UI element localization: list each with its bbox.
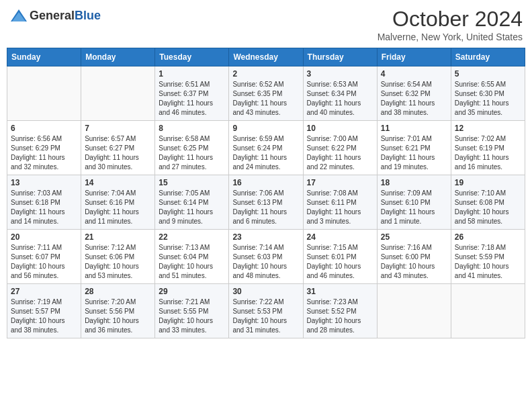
calendar-cell: 26Sunrise: 7:18 AM Sunset: 5:59 PM Dayli… [451, 230, 525, 284]
day-number: 10 [307, 124, 373, 133]
calendar-cell: 3Sunrise: 6:53 AM Sunset: 6:34 PM Daylig… [303, 66, 377, 121]
day-number: 6 [11, 124, 77, 133]
weekday-header: Wednesday [229, 48, 303, 66]
day-number: 2 [232, 69, 299, 79]
day-info: Sunrise: 7:16 AM Sunset: 6:00 PM Dayligh… [381, 243, 447, 281]
day-info: Sunrise: 7:21 AM Sunset: 5:55 PM Dayligh… [159, 298, 225, 335]
location-text: Malverne, New York, United States [378, 32, 523, 42]
calendar-cell: 1Sunrise: 6:51 AM Sunset: 6:37 PM Daylig… [155, 66, 229, 121]
calendar-week-row: 13Sunrise: 7:03 AM Sunset: 6:18 PM Dayli… [7, 175, 525, 230]
calendar-cell: 13Sunrise: 7:03 AM Sunset: 6:18 PM Dayli… [7, 175, 81, 230]
day-number: 20 [11, 232, 77, 242]
day-number: 7 [85, 124, 151, 133]
day-number: 23 [232, 232, 299, 242]
calendar-cell [377, 284, 451, 338]
calendar-week-row: 27Sunrise: 7:19 AM Sunset: 5:57 PM Dayli… [7, 284, 525, 338]
calendar-cell: 16Sunrise: 7:06 AM Sunset: 6:13 PM Dayli… [229, 175, 303, 230]
weekday-header: Friday [377, 48, 451, 66]
day-info: Sunrise: 7:13 AM Sunset: 6:04 PM Dayligh… [159, 243, 225, 281]
logo-icon [9, 7, 28, 26]
day-number: 16 [232, 178, 299, 187]
day-info: Sunrise: 6:54 AM Sunset: 6:32 PM Dayligh… [381, 80, 447, 118]
calendar-cell: 24Sunrise: 7:15 AM Sunset: 6:01 PM Dayli… [303, 230, 377, 284]
day-number: 13 [11, 178, 77, 187]
day-number: 26 [455, 232, 521, 242]
day-number: 14 [85, 178, 151, 187]
day-number: 8 [159, 124, 225, 133]
day-info: Sunrise: 7:00 AM Sunset: 6:22 PM Dayligh… [307, 134, 373, 172]
day-info: Sunrise: 6:58 AM Sunset: 6:25 PM Dayligh… [159, 134, 225, 172]
calendar-cell [81, 66, 155, 121]
calendar-cell: 5Sunrise: 6:55 AM Sunset: 6:30 PM Daylig… [451, 66, 525, 121]
calendar-cell: 4Sunrise: 6:54 AM Sunset: 6:32 PM Daylig… [377, 66, 451, 121]
day-info: Sunrise: 7:15 AM Sunset: 6:01 PM Dayligh… [307, 243, 373, 281]
month-title: October 2024 [378, 7, 523, 32]
weekday-header: Saturday [451, 48, 525, 66]
calendar-cell: 30Sunrise: 7:22 AM Sunset: 5:53 PM Dayli… [229, 284, 303, 338]
day-number: 19 [455, 178, 521, 187]
calendar-week-row: 1Sunrise: 6:51 AM Sunset: 6:37 PM Daylig… [7, 66, 525, 121]
day-info: Sunrise: 7:12 AM Sunset: 6:06 PM Dayligh… [85, 243, 151, 281]
calendar-cell: 19Sunrise: 7:10 AM Sunset: 6:08 PM Dayli… [451, 175, 525, 230]
calendar-cell: 29Sunrise: 7:21 AM Sunset: 5:55 PM Dayli… [155, 284, 229, 338]
day-info: Sunrise: 6:55 AM Sunset: 6:30 PM Dayligh… [455, 80, 521, 118]
day-number: 17 [307, 178, 373, 187]
day-number: 3 [307, 69, 373, 79]
day-number: 27 [11, 287, 77, 296]
calendar-cell: 21Sunrise: 7:12 AM Sunset: 6:06 PM Dayli… [81, 230, 155, 284]
calendar-week-row: 20Sunrise: 7:11 AM Sunset: 6:07 PM Dayli… [7, 230, 525, 284]
day-info: Sunrise: 7:08 AM Sunset: 6:11 PM Dayligh… [307, 189, 373, 226]
calendar-cell: 27Sunrise: 7:19 AM Sunset: 5:57 PM Dayli… [7, 284, 81, 338]
day-info: Sunrise: 7:02 AM Sunset: 6:19 PM Dayligh… [455, 134, 521, 172]
logo-general-text: General [30, 9, 75, 22]
day-number: 9 [232, 124, 299, 133]
day-info: Sunrise: 7:11 AM Sunset: 6:07 PM Dayligh… [11, 243, 77, 281]
day-info: Sunrise: 7:03 AM Sunset: 6:18 PM Dayligh… [11, 189, 77, 226]
day-info: Sunrise: 6:59 AM Sunset: 6:24 PM Dayligh… [232, 134, 299, 172]
calendar-cell: 10Sunrise: 7:00 AM Sunset: 6:22 PM Dayli… [303, 121, 377, 175]
page-header: GeneralBlue October 2024 Malverne, New Y… [7, 7, 525, 42]
logo-blue-text: Blue [75, 9, 101, 22]
day-number: 15 [159, 178, 225, 187]
day-info: Sunrise: 7:10 AM Sunset: 6:08 PM Dayligh… [455, 189, 521, 226]
day-info: Sunrise: 7:14 AM Sunset: 6:03 PM Dayligh… [232, 243, 299, 281]
day-number: 5 [455, 69, 521, 79]
day-info: Sunrise: 7:19 AM Sunset: 5:57 PM Dayligh… [11, 298, 77, 335]
day-number: 1 [159, 69, 225, 79]
calendar-header-row: SundayMondayTuesdayWednesdayThursdayFrid… [7, 48, 525, 66]
calendar-cell [7, 66, 81, 121]
calendar-cell: 11Sunrise: 7:01 AM Sunset: 6:21 PM Dayli… [377, 121, 451, 175]
calendar-week-row: 6Sunrise: 6:56 AM Sunset: 6:29 PM Daylig… [7, 121, 525, 175]
day-number: 21 [85, 232, 151, 242]
day-info: Sunrise: 7:18 AM Sunset: 5:59 PM Dayligh… [455, 243, 521, 281]
calendar-cell: 12Sunrise: 7:02 AM Sunset: 6:19 PM Dayli… [451, 121, 525, 175]
day-info: Sunrise: 7:22 AM Sunset: 5:53 PM Dayligh… [232, 298, 299, 335]
weekday-header: Thursday [303, 48, 377, 66]
calendar-cell: 25Sunrise: 7:16 AM Sunset: 6:00 PM Dayli… [377, 230, 451, 284]
day-number: 31 [307, 287, 373, 296]
day-info: Sunrise: 7:04 AM Sunset: 6:16 PM Dayligh… [85, 189, 151, 226]
day-number: 24 [307, 232, 373, 242]
calendar-cell: 9Sunrise: 6:59 AM Sunset: 6:24 PM Daylig… [229, 121, 303, 175]
calendar-cell: 17Sunrise: 7:08 AM Sunset: 6:11 PM Dayli… [303, 175, 377, 230]
calendar-cell: 20Sunrise: 7:11 AM Sunset: 6:07 PM Dayli… [7, 230, 81, 284]
calendar-cell: 15Sunrise: 7:05 AM Sunset: 6:14 PM Dayli… [155, 175, 229, 230]
weekday-header: Tuesday [155, 48, 229, 66]
day-number: 12 [455, 124, 521, 133]
calendar-cell: 31Sunrise: 7:23 AM Sunset: 5:52 PM Dayli… [303, 284, 377, 338]
day-number: 29 [159, 287, 225, 296]
day-info: Sunrise: 7:06 AM Sunset: 6:13 PM Dayligh… [232, 189, 299, 226]
day-info: Sunrise: 6:51 AM Sunset: 6:37 PM Dayligh… [159, 80, 225, 118]
calendar-table: SundayMondayTuesdayWednesdayThursdayFrid… [7, 48, 525, 338]
day-number: 22 [159, 232, 225, 242]
weekday-header: Sunday [7, 48, 81, 66]
calendar-cell: 22Sunrise: 7:13 AM Sunset: 6:04 PM Dayli… [155, 230, 229, 284]
day-info: Sunrise: 7:20 AM Sunset: 5:56 PM Dayligh… [85, 298, 151, 335]
day-number: 28 [85, 287, 151, 296]
calendar-cell: 23Sunrise: 7:14 AM Sunset: 6:03 PM Dayli… [229, 230, 303, 284]
title-block: October 2024 Malverne, New York, United … [378, 7, 523, 42]
calendar-cell: 28Sunrise: 7:20 AM Sunset: 5:56 PM Dayli… [81, 284, 155, 338]
day-info: Sunrise: 6:52 AM Sunset: 6:35 PM Dayligh… [232, 80, 299, 118]
day-info: Sunrise: 6:57 AM Sunset: 6:27 PM Dayligh… [85, 134, 151, 172]
logo: GeneralBlue [9, 7, 101, 26]
